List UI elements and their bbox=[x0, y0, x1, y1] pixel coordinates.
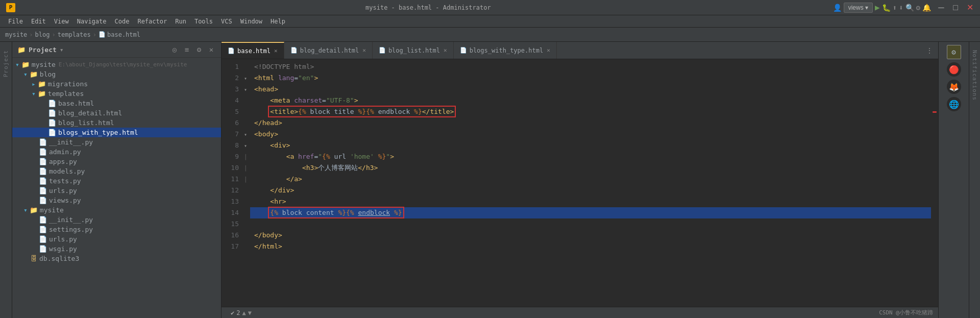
notifications-icon[interactable]: 🔔 bbox=[922, 4, 931, 12]
menu-vcs[interactable]: VCS bbox=[217, 17, 236, 26]
tab-blogs-with-type[interactable]: 📄 blogs_with_type.html ✕ bbox=[454, 42, 557, 59]
code-line-15 bbox=[250, 218, 931, 230]
tree-item-urls-py[interactable]: 📄 urls.py bbox=[12, 186, 221, 195]
tree-item-init2-py[interactable]: 📄 __init__.py bbox=[12, 215, 221, 225]
fold-8[interactable]: ▾ bbox=[242, 140, 249, 151]
tree-item-views-py[interactable]: 📄 views.py bbox=[12, 195, 221, 205]
icon-btn-4[interactable]: 🌐 bbox=[947, 97, 961, 111]
menu-help[interactable]: Help bbox=[266, 17, 289, 26]
icon-btn-1[interactable]: ⚙ bbox=[947, 45, 961, 59]
dropdown-icon[interactable]: ▾ bbox=[60, 46, 64, 54]
tree-item-blog-list[interactable]: 📄 blog_list.html bbox=[12, 118, 221, 128]
tree-item-settings-py[interactable]: 📄 settings.py bbox=[12, 225, 221, 234]
tab-base-html[interactable]: 📄 base.html ✕ bbox=[222, 42, 284, 59]
fold-7[interactable]: ▾ bbox=[242, 129, 249, 140]
close-button[interactable]: ✕ bbox=[966, 4, 974, 12]
notification-sidebar: Notifications bbox=[969, 42, 980, 318]
tab-close-detail[interactable]: ✕ bbox=[362, 47, 366, 54]
code-text: <title>{% block title %}{% endblock %}</… bbox=[254, 106, 454, 117]
folder-icon: 📁 bbox=[30, 206, 38, 214]
fold-3[interactable]: ▾ bbox=[242, 84, 249, 95]
tab-blog-list[interactable]: 📄 blog_list.html ✕ bbox=[373, 42, 454, 59]
tab-close-list[interactable]: ✕ bbox=[444, 47, 447, 54]
tree-item-mysite-root[interactable]: ▾ 📁 mysite E:\about_Django\test\mysite_e… bbox=[12, 60, 221, 69]
fold-4 bbox=[242, 95, 249, 106]
maximize-button[interactable]: □ bbox=[951, 4, 960, 12]
tree-label: apps.py bbox=[49, 158, 77, 165]
tab-close-base[interactable]: ✕ bbox=[274, 47, 278, 54]
search-icon[interactable]: 🔍 bbox=[905, 4, 914, 12]
tree-item-migrations[interactable]: ▸ 📁 migrations bbox=[12, 79, 221, 89]
breadcrumb-templates[interactable]: templates bbox=[58, 31, 91, 38]
error-up-icon[interactable]: ▲ bbox=[242, 309, 246, 316]
line-num-4: 4 bbox=[222, 95, 239, 106]
menu-code[interactable]: Code bbox=[111, 17, 134, 26]
fold-6 bbox=[242, 117, 249, 129]
tree-item-admin-py[interactable]: 📄 admin.py bbox=[12, 147, 221, 157]
sep3: › bbox=[93, 31, 96, 38]
run-icon[interactable]: ▶ bbox=[875, 3, 880, 12]
tree-item-base-html[interactable]: 📄 base.html bbox=[12, 99, 221, 108]
icon-4: 🌐 bbox=[949, 100, 959, 109]
tree-item-blog-detail[interactable]: 📄 blog_detail.html bbox=[12, 108, 221, 118]
tree-item-init-py[interactable]: 📄 __init__.py bbox=[12, 137, 221, 147]
menu-file[interactable]: File bbox=[4, 17, 27, 26]
fold-gutter: ▾ ▾ ▾ ▾ │ │ │ bbox=[242, 59, 250, 307]
code-line-6: </head> bbox=[250, 117, 931, 129]
views-button[interactable]: views ▾ bbox=[844, 3, 873, 13]
tree-item-models-py[interactable]: 📄 models.py bbox=[12, 166, 221, 176]
py-file-icon: 📄 bbox=[39, 216, 47, 224]
code-line-3: <head> bbox=[250, 84, 931, 95]
html-file-icon: 📄 bbox=[99, 31, 106, 38]
icon-btn-2[interactable]: 🔴 bbox=[947, 62, 961, 77]
tab-blog-detail[interactable]: 📄 blog_detail.html ✕ bbox=[284, 42, 373, 59]
tree-item-mysite-sub[interactable]: ▾ 📁 mysite bbox=[12, 205, 221, 215]
tree-item-blog[interactable]: ▾ 📁 blog bbox=[12, 69, 221, 79]
toolbar-icon-2[interactable]: ⬇ bbox=[899, 4, 903, 12]
tree-item-templates[interactable]: ▾ 📁 templates bbox=[12, 89, 221, 99]
tree-path: E:\about_Django\test\mysite_env\mysite bbox=[59, 61, 187, 68]
minimize-button[interactable]: ─ bbox=[937, 4, 945, 12]
error-down-icon[interactable]: ▼ bbox=[248, 309, 252, 316]
breadcrumb-blog[interactable]: blog bbox=[35, 31, 50, 38]
py-file-icon: 📄 bbox=[39, 167, 47, 175]
tree-item-tests-py[interactable]: 📄 tests.py bbox=[12, 176, 221, 186]
tree-item-wsgi-py[interactable]: 📄 wsgi.py bbox=[12, 244, 221, 254]
tree-item-blogs-with-type[interactable]: 📄 blogs_with_type.html bbox=[12, 128, 221, 137]
breadcrumb-mysite[interactable]: mysite bbox=[5, 31, 27, 38]
menu-navigate[interactable]: Navigate bbox=[73, 17, 111, 26]
collapse-all-icon[interactable]: ≡ bbox=[182, 45, 191, 54]
toolbar-icon-1[interactable]: ⬆ bbox=[893, 4, 897, 12]
line-num-17: 17 bbox=[222, 241, 239, 252]
menu-tools[interactable]: Tools bbox=[190, 17, 217, 26]
icon-btn-3[interactable]: 🦊 bbox=[947, 80, 961, 94]
menu-refactor[interactable]: Refactor bbox=[133, 17, 171, 26]
sep2: › bbox=[52, 31, 56, 38]
breadcrumb-file[interactable]: 📄 base.html bbox=[99, 31, 140, 38]
menu-edit[interactable]: Edit bbox=[27, 17, 50, 26]
status-bar: ✔ 2 ▲ ▼ CSDN @小鲁不吃猪蹄 bbox=[222, 307, 938, 318]
tree-label: blog_list.html bbox=[58, 119, 114, 127]
tree-header-icons: ◎ ≡ ⚙ ✕ bbox=[170, 45, 216, 54]
locate-icon[interactable]: ◎ bbox=[170, 45, 179, 54]
tree-item-urls2-py[interactable]: 📄 urls.py bbox=[12, 234, 221, 244]
folder-collapse-icon: ▸ bbox=[32, 80, 36, 88]
menu-window[interactable]: Window bbox=[236, 17, 266, 26]
tree-item-apps-py[interactable]: 📄 apps.py bbox=[12, 157, 221, 166]
menu-view[interactable]: View bbox=[50, 17, 73, 26]
tab-close-withtype[interactable]: ✕ bbox=[547, 47, 550, 54]
code-editor[interactable]: <!DOCTYPE html> <html lang="en"> <head> … bbox=[250, 59, 931, 307]
menu-run[interactable]: Run bbox=[171, 17, 190, 26]
tree-label: views.py bbox=[49, 197, 81, 204]
settings-icon[interactable]: ⚙ bbox=[916, 4, 920, 12]
fold-2[interactable]: ▾ bbox=[242, 72, 249, 84]
tabs-more-button[interactable]: ⋮ bbox=[921, 46, 938, 55]
tree-settings-icon[interactable]: ⚙ bbox=[194, 45, 204, 54]
right-gutter bbox=[931, 59, 938, 307]
debug-icon[interactable]: 🐛 bbox=[882, 4, 891, 12]
icon-3: 🦊 bbox=[949, 82, 959, 92]
tree-item-db-sqlite3[interactable]: 🗄 db.sqlite3 bbox=[12, 254, 221, 263]
py-file-icon: 📄 bbox=[39, 197, 47, 204]
line-num-14: 14 bbox=[222, 207, 239, 218]
tree-close-icon[interactable]: ✕ bbox=[207, 45, 216, 54]
